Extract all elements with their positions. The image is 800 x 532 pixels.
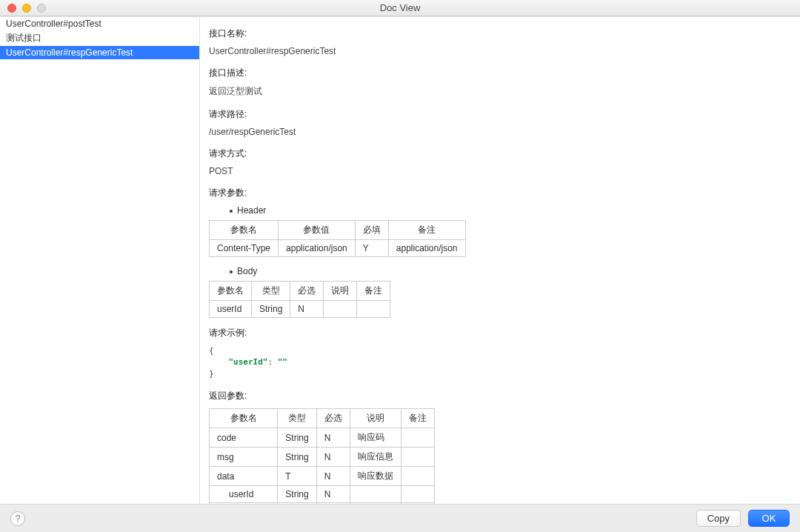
sidebar-item[interactable]: UserController#respGenericTest — [0, 46, 199, 59]
api-desc-value: 返回泛型测试 — [209, 85, 791, 98]
footer: ? Copy OK — [0, 504, 800, 532]
table-cell — [324, 301, 357, 318]
api-name-value: UserController#respGenericTest — [209, 46, 791, 56]
table-header: 备注 — [401, 409, 434, 428]
table-cell: N — [316, 486, 350, 503]
api-desc-label: 接口描述: — [209, 67, 791, 79]
table-cell — [357, 301, 390, 318]
req-path-label: 请求路径: — [209, 108, 791, 121]
table-cell: String — [252, 301, 290, 318]
table-row: userIdStringN — [210, 301, 390, 318]
table-header: 类型 — [278, 409, 316, 428]
table-cell: userId — [210, 301, 252, 318]
req-method-value: POST — [209, 166, 791, 176]
help-icon[interactable]: ? — [10, 511, 25, 526]
table-cell: code — [210, 428, 278, 448]
table-cell: application/json — [388, 240, 465, 257]
table-cell — [401, 486, 434, 503]
table-header: 参数值 — [279, 221, 356, 240]
doc-pane: 接口名称: UserController#respGenericTest 接口描… — [200, 17, 800, 504]
table-header: 必填 — [355, 221, 388, 240]
titlebar: Doc View — [0, 0, 800, 16]
body-subheader: Body — [230, 266, 791, 276]
table-cell: N — [316, 448, 350, 467]
table-cell — [401, 467, 434, 486]
body-table: 参数名类型必选说明备注userIdStringN — [209, 281, 390, 318]
header-subheader: Header — [230, 205, 791, 216]
table-header: 备注 — [357, 282, 390, 301]
table-cell: application/json — [279, 240, 356, 257]
sidebar-item[interactable]: 测试接口 — [0, 30, 199, 46]
window-title: Doc View — [0, 2, 800, 13]
table-row: codeStringN响应码 — [210, 428, 435, 448]
table-row: msgStringN响应信息 — [210, 448, 435, 467]
table-header: 参数名 — [210, 221, 279, 240]
table-row: Content-Typeapplication/jsonYapplication… — [210, 240, 466, 257]
req-example-code: { "userId": "" } — [209, 345, 791, 379]
table-cell: userId — [210, 486, 278, 503]
copy-button[interactable]: Copy — [696, 510, 741, 527]
api-name-label: 接口名称: — [209, 27, 791, 40]
ok-button[interactable]: OK — [748, 510, 790, 527]
resp-table: 参数名类型必选说明备注codeStringN响应码msgStringN响应信息d… — [209, 408, 435, 504]
table-cell: msg — [210, 448, 278, 467]
table-cell: N — [290, 301, 324, 318]
table-header: 参数名 — [210, 409, 278, 428]
table-cell: 响应码 — [350, 428, 401, 448]
table-cell: Y — [355, 240, 388, 257]
table-header: 必选 — [316, 409, 350, 428]
table-header: 说明 — [324, 282, 357, 301]
table-cell: String — [278, 486, 316, 503]
table-cell: T — [278, 467, 316, 486]
table-cell: Content-Type — [210, 240, 279, 257]
table-cell: 响应数据 — [350, 467, 401, 486]
table-row: dataTN响应数据 — [210, 467, 435, 486]
maximize-window-button — [37, 4, 46, 13]
table-header: 备注 — [388, 221, 465, 240]
table-header: 说明 — [350, 409, 401, 428]
footer-buttons: Copy OK — [696, 510, 790, 527]
close-window-button[interactable] — [7, 4, 16, 13]
header-table: 参数名参数值必填备注Content-Typeapplication/jsonYa… — [209, 220, 466, 257]
table-cell — [401, 428, 434, 448]
table-header: 参数名 — [210, 282, 252, 301]
table-cell: String — [278, 428, 316, 448]
req-path-value: /user/respGenericTest — [209, 127, 791, 137]
table-header: 类型 — [252, 282, 290, 301]
sidebar: UserController#postTest测试接口UserControlle… — [0, 17, 200, 504]
table-cell: 响应信息 — [350, 448, 401, 467]
traffic-lights — [0, 4, 46, 13]
table-cell: String — [278, 448, 316, 467]
table-cell — [350, 486, 401, 503]
table-cell: N — [316, 428, 350, 448]
table-row: userIdStringN — [210, 486, 435, 503]
table-header: 必选 — [290, 282, 324, 301]
resp-params-label: 返回参数: — [209, 390, 791, 402]
sidebar-item[interactable]: UserController#postTest — [0, 17, 199, 30]
table-cell: N — [316, 467, 350, 486]
req-example-label: 请求示例: — [209, 327, 791, 339]
table-cell: data — [210, 467, 278, 486]
req-params-label: 请求参数: — [209, 187, 791, 199]
req-method-label: 请求方式: — [209, 147, 791, 160]
minimize-window-button[interactable] — [22, 4, 31, 13]
content-area: UserController#postTest测试接口UserControlle… — [0, 16, 800, 504]
table-cell — [401, 448, 434, 467]
